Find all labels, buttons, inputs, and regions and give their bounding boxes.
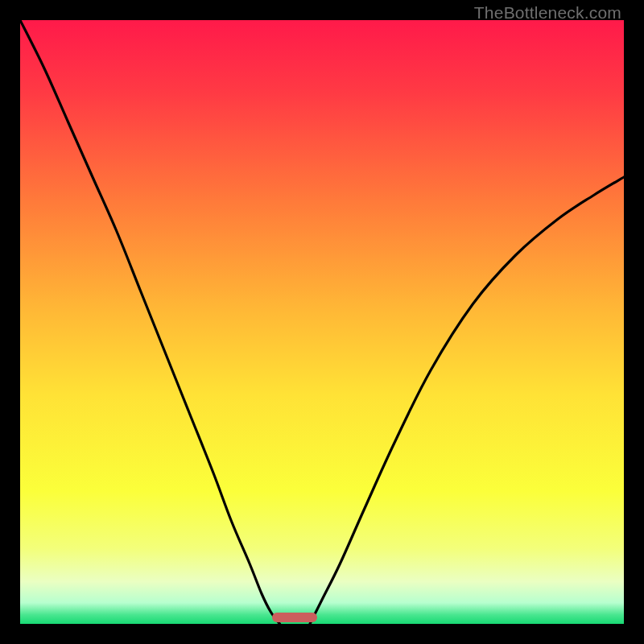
optimum-marker bbox=[272, 613, 317, 622]
plot-area bbox=[20, 20, 624, 624]
chart-frame: TheBottleneck.com bbox=[0, 0, 644, 644]
svg-rect-0 bbox=[20, 20, 624, 624]
background-gradient bbox=[20, 20, 624, 624]
watermark-text: TheBottleneck.com bbox=[474, 3, 621, 23]
